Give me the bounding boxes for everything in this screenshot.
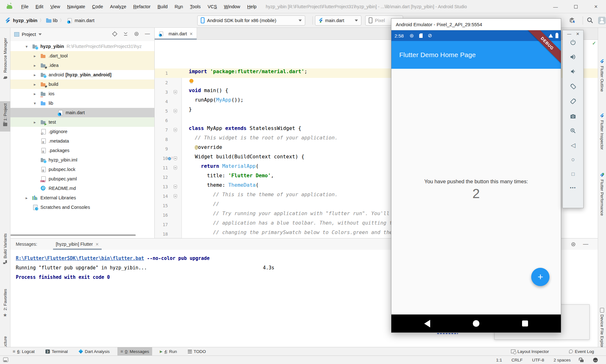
- device-selector-dropdown[interactable]: Android SDK built for x86 (mobile): [197, 15, 305, 26]
- tree-item-scratches-and-consoles[interactable]: Scratches and Consoles: [10, 203, 154, 212]
- menu-help[interactable]: Help: [244, 0, 260, 13]
- menu-code[interactable]: Code: [89, 0, 107, 13]
- file-encoding[interactable]: UTF-8: [532, 358, 544, 362]
- emulator-close-icon[interactable]: ✕: [576, 32, 579, 36]
- close-tab-icon[interactable]: ✕: [189, 32, 193, 36]
- tree-right-arrow-icon[interactable]: ▸: [34, 91, 40, 96]
- hide-panel-icon[interactable]: —: [145, 31, 150, 37]
- volume-down-icon[interactable]: [570, 68, 576, 75]
- sidebar-item-resource-manager[interactable]: Resource Manager: [0, 38, 10, 79]
- tree-right-arrow-icon[interactable]: ▸: [34, 82, 40, 87]
- menu-vcs[interactable]: VCS: [204, 0, 221, 13]
- sidebar-item-project[interactable]: 1: Project: [0, 103, 10, 126]
- breadcrumb-folder[interactable]: lib: [53, 18, 58, 23]
- menu-file[interactable]: File: [18, 0, 32, 13]
- tree-item-ios[interactable]: ▸ios: [10, 89, 154, 98]
- toolwindow-terminal[interactable]: ❯Terminal: [42, 347, 71, 356]
- collapse-all-icon[interactable]: [123, 31, 128, 36]
- tree-item-external-libraries[interactable]: ▸External Libraries: [10, 193, 154, 203]
- tree-down-arrow-icon[interactable]: ▾: [34, 101, 40, 106]
- menu-edit[interactable]: Edit: [32, 0, 47, 13]
- event-log-button[interactable]: Event Log: [566, 347, 597, 356]
- menu-view[interactable]: View: [47, 0, 63, 13]
- sidebar-item-build-variants[interactable]: Build Variants: [0, 233, 10, 264]
- profile-button[interactable]: [598, 16, 606, 25]
- power-icon[interactable]: [570, 39, 576, 45]
- rotate-right-icon[interactable]: [570, 98, 577, 105]
- console-file-link[interactable]: R:\Flutter\FlutterSDK\flutter\bin\flutte…: [16, 255, 144, 261]
- tree-item-main-dart[interactable]: main.dart: [10, 108, 154, 117]
- tree-item-lib[interactable]: ▾lib: [10, 98, 154, 108]
- overview-nav-icon[interactable]: [522, 320, 528, 326]
- menu-refactor[interactable]: Refactor: [130, 0, 154, 13]
- intention-bulb-icon[interactable]: [189, 79, 193, 83]
- gear-icon[interactable]: [571, 242, 576, 247]
- camera-icon[interactable]: [570, 113, 576, 120]
- tree-right-arrow-icon[interactable]: ▸: [34, 120, 40, 125]
- sdk-manager-button[interactable]: [568, 16, 576, 25]
- gear-icon[interactable]: [134, 31, 139, 37]
- zoom-icon[interactable]: [570, 127, 576, 134]
- tree-item-hyzp-yibin-iml[interactable]: hyzp_yibin.iml: [10, 155, 154, 165]
- tree-item--packages[interactable]: .packages: [10, 146, 154, 155]
- override-method-icon[interactable]: [168, 156, 174, 161]
- layout-inspector-button[interactable]: Layout Inspector: [508, 347, 552, 356]
- tree-right-arrow-icon[interactable]: ▸: [26, 196, 32, 200]
- sidebar-item-favorites[interactable]: 2: Favorites ★: [0, 289, 10, 318]
- tree-item--metadata[interactable]: .metadata: [10, 136, 154, 146]
- minimize-button[interactable]: —: [545, 0, 566, 13]
- tab-main-dart[interactable]: main.dart ✕: [155, 28, 197, 40]
- sidebar-item-flutter-performance[interactable]: Flutter Performance: [598, 173, 606, 216]
- fold-region-icon[interactable]: [174, 194, 177, 198]
- tree-item--gitignore[interactable]: .gitignore: [10, 127, 154, 136]
- run-config-dropdown[interactable]: main.dart: [315, 15, 361, 26]
- tree-item-pubspec-yaml[interactable]: pubspec.yaml: [10, 174, 154, 184]
- toolwindow-4-run[interactable]: ▶4: Run: [157, 347, 180, 356]
- menu-navigate[interactable]: Navigate: [64, 0, 89, 13]
- fold-region-icon[interactable]: [174, 156, 177, 160]
- maximize-button[interactable]: [566, 0, 586, 13]
- fold-region-icon[interactable]: [174, 109, 177, 113]
- fold-region-icon[interactable]: [174, 166, 177, 170]
- menu-analyze[interactable]: Analyze: [107, 0, 130, 13]
- toolwindow-0-messages[interactable]: ≡0: Messages: [117, 347, 152, 356]
- menu-tools[interactable]: Tools: [187, 0, 204, 13]
- fold-region-icon[interactable]: [174, 90, 177, 94]
- sidebar-item-flutter-inspector[interactable]: Flutter Inspector: [598, 114, 606, 150]
- close-button[interactable]: ×: [586, 0, 606, 13]
- tree-item-android[interactable]: ▸android[hyzp_yibin_android]: [10, 70, 154, 79]
- fab-increment-button[interactable]: +: [531, 268, 550, 286]
- fold-region-icon[interactable]: [174, 128, 177, 132]
- horizontal-scrollbar[interactable]: [10, 234, 136, 236]
- tree-item--idea[interactable]: ▸.idea: [10, 61, 154, 70]
- caret-position[interactable]: 1:1: [496, 358, 502, 362]
- emulator-home-icon[interactable]: ○: [571, 156, 575, 163]
- emulator-screen[interactable]: 2:58 ⊘ Flutter Demo Home Page DEBUG You …: [391, 30, 561, 332]
- tree-right-arrow-icon[interactable]: ▸: [34, 63, 40, 68]
- locate-file-icon[interactable]: [112, 31, 117, 37]
- tree-item-test[interactable]: ▸test: [10, 117, 154, 127]
- toolwindow-todo[interactable]: TODO: [185, 347, 209, 356]
- ide-status-icon[interactable]: [593, 358, 598, 362]
- volume-up-icon[interactable]: [570, 54, 576, 60]
- menu-build[interactable]: Build: [154, 0, 171, 13]
- lock-icon[interactable]: [580, 360, 584, 362]
- breadcrumb-project[interactable]: hyzp_yibin: [13, 18, 38, 23]
- tree-item--dart-tool[interactable]: ▸.dart_tool: [10, 51, 154, 61]
- emulator-back-icon[interactable]: ◁: [571, 142, 575, 149]
- emulator-more-icon[interactable]: •••: [570, 185, 576, 190]
- tree-right-arrow-icon[interactable]: ▸: [34, 54, 40, 58]
- tree-down-arrow-icon[interactable]: ▾: [26, 44, 32, 49]
- emulator-minimize-icon[interactable]: —: [567, 32, 571, 36]
- rotate-left-icon[interactable]: [570, 83, 577, 90]
- tree-item-hyzp-yibin[interactable]: ▾hyzp_yibinR:\FlutterProject\FlutterProj…: [10, 42, 154, 51]
- minimize-panel-icon[interactable]: —: [583, 241, 588, 247]
- fold-region-icon[interactable]: [174, 185, 177, 189]
- project-panel-header[interactable]: Project —: [10, 28, 154, 41]
- close-tab-icon[interactable]: ✕: [95, 242, 99, 247]
- window-toggle-icon[interactable]: [3, 357, 8, 362]
- sidebar-item-device-file-explorer[interactable]: Device File Explorer: [598, 308, 606, 351]
- tree-item-build[interactable]: ▸build: [10, 79, 154, 89]
- home-nav-icon[interactable]: [473, 320, 479, 327]
- tree-item-pubspec-lock[interactable]: pubspec.lock: [10, 165, 154, 174]
